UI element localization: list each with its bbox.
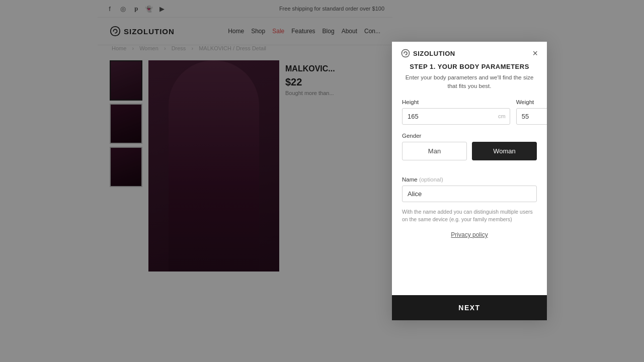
modal-content: STEP 1. YOUR BODY PARAMETERS Enter your … (392, 58, 547, 295)
height-input[interactable] (403, 109, 497, 124)
weight-input-wrapper: kg (516, 108, 547, 125)
close-button[interactable]: × (532, 49, 538, 58)
gender-woman-button[interactable]: Woman (472, 142, 537, 160)
modal-overlay (0, 0, 644, 362)
step-description: Enter your body parameters and we'll fin… (402, 73, 537, 91)
height-group: Height cm (402, 99, 510, 125)
name-input[interactable] (402, 186, 537, 202)
modal-logo-text: SIZOLUTION (413, 50, 455, 57)
weight-input[interactable] (517, 109, 547, 124)
height-label: Height (402, 99, 510, 105)
weight-group: Weight kg (516, 99, 547, 125)
next-button[interactable]: NEXT (400, 304, 539, 312)
name-group: Name (optional) With the name added you … (402, 176, 537, 224)
height-input-wrapper: cm (402, 108, 510, 125)
measurements-row: Height cm Weight kg (402, 99, 537, 125)
name-optional: (optional) (419, 176, 443, 183)
weight-label: Weight (516, 99, 547, 105)
gender-selector: Man Woman (402, 142, 537, 160)
modal-logo: SIZOLUTION (401, 49, 455, 58)
modal-header: SIZOLUTION × (392, 42, 547, 58)
modal-body-params: SIZOLUTION × STEP 1. YOUR BODY PARAMETER… (392, 42, 547, 320)
step-title: STEP 1. YOUR BODY PARAMETERS (402, 63, 537, 70)
gender-label: Gender (402, 133, 537, 139)
name-label: Name (optional) (402, 176, 537, 183)
gender-man-button[interactable]: Man (402, 142, 467, 160)
height-unit: cm (497, 109, 510, 123)
privacy-section: Privacy policy (402, 224, 537, 239)
modal-footer: NEXT (392, 295, 547, 320)
privacy-link[interactable]: Privacy policy (451, 231, 488, 238)
name-help-text: With the name added you can distinguish … (402, 208, 537, 224)
gender-group: Gender Man Woman (402, 133, 537, 168)
